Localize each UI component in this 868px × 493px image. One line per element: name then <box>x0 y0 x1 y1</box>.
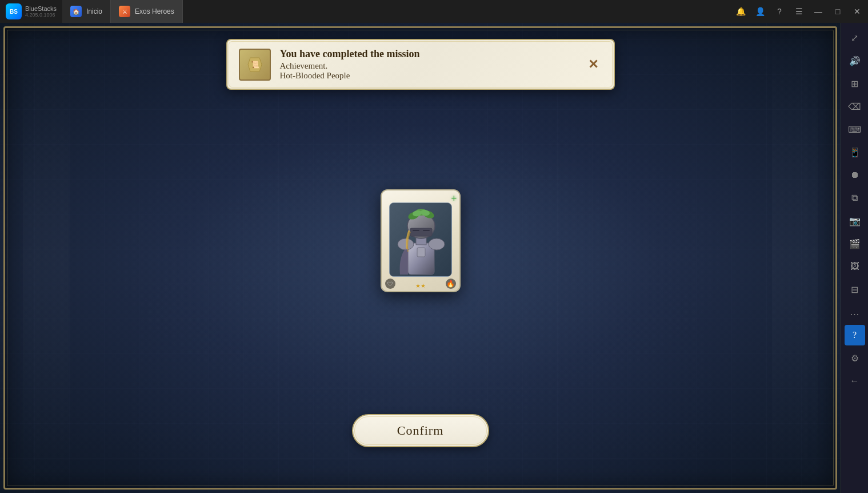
bluestacks-logo: BS BlueStacks 4.205.0.1006 <box>0 3 62 19</box>
hero-card-container: + 🛡 ★★ 🔥 <box>381 189 461 292</box>
column-left-decoration <box>23 23 69 493</box>
svg-rect-8 <box>410 228 432 236</box>
svg-text:📜: 📜 <box>250 60 259 69</box>
record-icon[interactable]: ⏺ <box>845 165 865 185</box>
notification-icon-badge: 📜 <box>239 49 271 81</box>
card-plus-badge: + <box>451 193 457 205</box>
notification-icon[interactable]: 🔔 <box>732 3 749 20</box>
gallery-icon[interactable]: 🖼 <box>845 256 865 277</box>
menu-icon[interactable]: ☰ <box>790 3 807 20</box>
back-sidebar-icon[interactable]: ← <box>845 371 865 391</box>
resize-icon[interactable]: ⊞ <box>845 73 865 94</box>
notification-banner: 📜 You have completed the mission Achieve… <box>226 39 615 90</box>
tab-exos-label: Exos Heroes <box>135 7 174 15</box>
window-controls: 🔔 👤 ? ☰ — □ ✕ <box>732 3 868 20</box>
tab-exos-heroes[interactable]: ⚔ Exos Heroes <box>111 0 183 23</box>
tab-inicio[interactable]: 🏠 Inicio <box>62 0 111 23</box>
svg-rect-16 <box>417 248 425 257</box>
svg-rect-9 <box>413 230 419 231</box>
help-titlebar-icon[interactable]: ? <box>771 3 788 20</box>
copy-icon[interactable]: ⧉ <box>845 188 865 208</box>
svg-rect-10 <box>423 230 430 231</box>
notification-text: You have completed the mission Achieveme… <box>280 48 575 81</box>
video-icon[interactable]: 🎬 <box>845 233 865 254</box>
notification-subtitle: Achievement. Hot-Blooded People <box>280 61 575 81</box>
keyboard-icon[interactable]: ⌨ <box>845 119 865 140</box>
more-icon[interactable]: … <box>845 302 865 323</box>
titlebar: BS BlueStacks 4.205.0.1006 🏠 Inicio ⚔ Ex… <box>0 0 868 23</box>
account-icon[interactable]: 👤 <box>751 3 769 20</box>
hero-portrait <box>389 202 452 277</box>
confirm-button[interactable]: Confirm <box>352 414 489 447</box>
right-sidebar: ⤢ 🔊 ⊞ ⌫ ⌨ 📱 ⏺ ⧉ 📷 🎬 🖼 ⊟ … ? ⚙ ← <box>841 23 868 493</box>
hero-portrait-svg <box>390 203 452 277</box>
multi-icon[interactable]: ⊟ <box>845 279 865 300</box>
maximize-button[interactable]: □ <box>829 3 846 20</box>
help-sidebar-icon[interactable]: ? <box>845 325 865 345</box>
bs-version: BlueStacks 4.205.0.1006 <box>25 5 57 18</box>
bs-logo-icon: BS <box>6 3 22 19</box>
erase-icon[interactable]: ⌫ <box>845 96 865 117</box>
phone-icon[interactable]: 📱 <box>845 142 865 162</box>
card-stars: ★★ <box>415 283 426 289</box>
svg-point-4 <box>398 238 414 250</box>
exos-tab-icon: ⚔ <box>119 6 130 17</box>
game-area: 📜 You have completed the mission Achieve… <box>0 23 841 493</box>
column-right-decoration <box>772 23 818 493</box>
minimize-button[interactable]: — <box>810 3 827 20</box>
hero-card: + 🛡 ★★ 🔥 <box>381 189 461 292</box>
tab-inicio-label: Inicio <box>86 7 102 15</box>
confirm-button-label: Confirm <box>397 423 444 438</box>
notification-close-button[interactable]: ✕ <box>584 55 602 74</box>
camera-icon[interactable]: 📷 <box>845 210 865 231</box>
close-button[interactable]: ✕ <box>849 3 866 20</box>
card-shield-icon: 🛡 <box>385 279 395 289</box>
card-fire-icon: 🔥 <box>446 279 456 289</box>
settings-sidebar-icon[interactable]: ⚙ <box>845 348 865 368</box>
svg-point-5 <box>429 238 445 250</box>
notification-title: You have completed the mission <box>280 48 575 60</box>
inicio-tab-icon: 🏠 <box>70 6 82 17</box>
expand-icon[interactable]: ⤢ <box>845 27 865 48</box>
volume-icon[interactable]: 🔊 <box>845 50 865 71</box>
